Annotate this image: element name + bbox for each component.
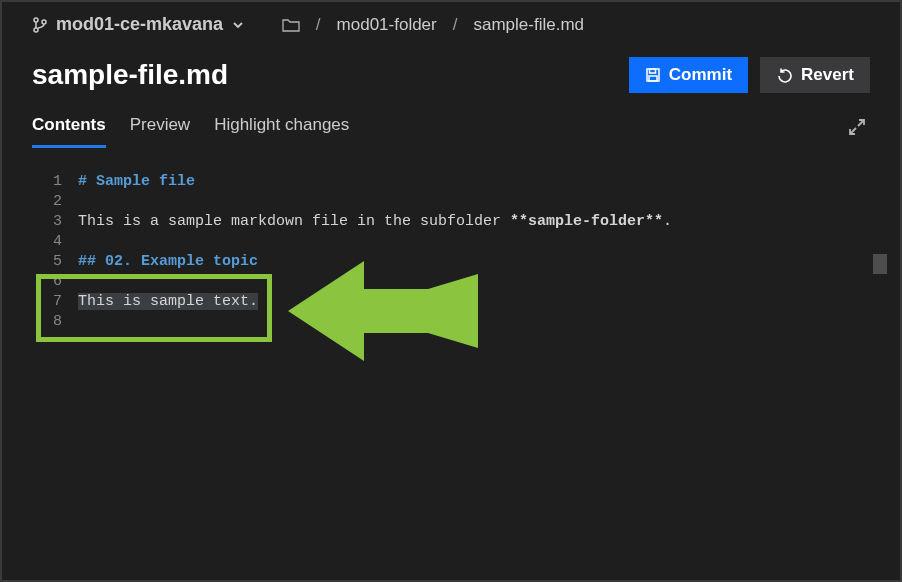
breadcrumb-separator: / (316, 15, 321, 35)
save-icon (645, 67, 661, 83)
page-title: sample-file.md (32, 59, 228, 91)
line-content: This is sample text. (78, 292, 258, 312)
fullscreen-button[interactable] (844, 114, 870, 144)
editor-line: 1# Sample file (32, 172, 869, 192)
branch-icon (32, 17, 48, 33)
chevron-down-icon (231, 18, 245, 32)
breadcrumb: mod01-ce-mkavana / mod01-folder / sample… (2, 2, 900, 39)
editor-line: 7This is sample text. (32, 292, 869, 312)
branch-name: mod01-ce-mkavana (56, 14, 223, 35)
commit-button[interactable]: Commit (629, 57, 748, 93)
line-number: 5 (32, 252, 78, 272)
revert-label: Revert (801, 65, 854, 85)
line-number: 7 (32, 292, 78, 312)
tab-preview[interactable]: Preview (130, 109, 190, 148)
revert-button[interactable]: Revert (760, 57, 870, 93)
folder-icon[interactable] (282, 17, 300, 33)
breadcrumb-separator (261, 15, 266, 35)
line-number: 1 (32, 172, 78, 192)
line-number: 3 (32, 212, 78, 232)
line-number: 2 (32, 192, 78, 212)
editor-line: 6 (32, 272, 869, 292)
header-actions: Commit Revert (629, 57, 870, 93)
expand-icon (848, 118, 866, 136)
breadcrumb-file[interactable]: sample-file.md (473, 15, 584, 35)
tab-highlight-changes[interactable]: Highlight changes (214, 109, 349, 148)
editor-line: 5## 02. Example topic (32, 252, 869, 272)
revert-icon (776, 67, 793, 84)
editor-line: 2 (32, 192, 869, 212)
svg-rect-5 (649, 76, 657, 81)
line-content: # Sample file (78, 172, 195, 192)
commit-label: Commit (669, 65, 732, 85)
svg-point-0 (34, 18, 38, 22)
code-editor[interactable]: 1# Sample file 2 3This is a sample markd… (32, 170, 869, 332)
editor-line: 8 (32, 312, 869, 332)
editor-line: 4 (32, 232, 869, 252)
branch-selector[interactable]: mod01-ce-mkavana (32, 14, 245, 35)
breadcrumb-folder[interactable]: mod01-folder (337, 15, 437, 35)
breadcrumb-separator: / (453, 15, 458, 35)
svg-point-1 (34, 28, 38, 32)
line-content: This is a sample markdown file in the su… (78, 212, 672, 232)
line-number: 6 (32, 272, 78, 292)
header-row: sample-file.md Commit Revert (2, 39, 900, 103)
line-number: 8 (32, 312, 78, 332)
svg-rect-4 (649, 69, 655, 73)
tab-contents[interactable]: Contents (32, 109, 106, 148)
selected-text: This is sample text. (78, 293, 258, 310)
svg-point-2 (42, 20, 46, 24)
line-number: 4 (32, 232, 78, 252)
tabs-row: Contents Preview Highlight changes (2, 103, 900, 148)
line-content: ## 02. Example topic (78, 252, 258, 272)
scrollbar-thumb[interactable] (873, 254, 887, 274)
editor-container: 1# Sample file 2 3This is a sample markd… (32, 170, 870, 560)
tabs: Contents Preview Highlight changes (32, 109, 349, 148)
editor-line: 3This is a sample markdown file in the s… (32, 212, 869, 232)
